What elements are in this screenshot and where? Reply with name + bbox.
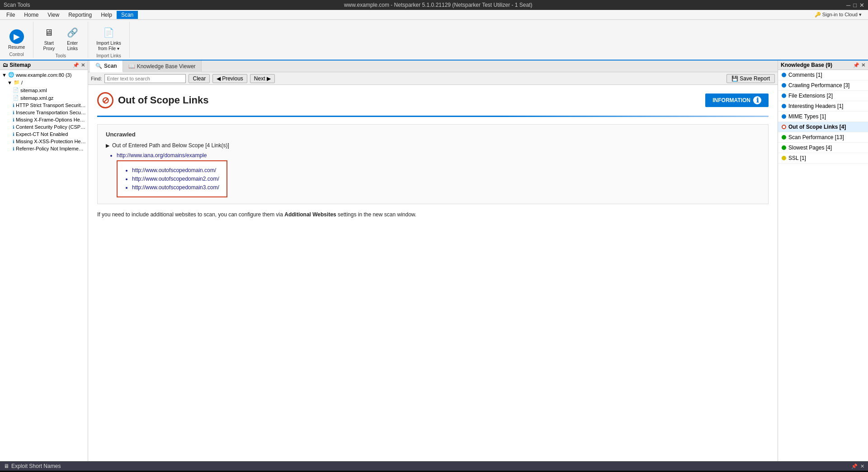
signin-cloud[interactable]: 🔑 Sign-in to Cloud ▾ [815,12,866,18]
sitemap-item-xxss[interactable]: ℹ Missing X-XSS-Protection Header [0,138,88,145]
next-label: Next [254,75,265,82]
oos-icon: ⊘ [97,92,113,108]
kb-dot-int-headers [782,104,786,108]
info-icon-hsts: ℹ [13,103,14,108]
root-collapse-icon: ▼ [2,72,7,78]
kb-tab-icon: 📖 [128,63,135,70]
root-site-icon: 🌐 [8,72,14,78]
sitemap-close-btn[interactable]: ✕ [81,62,85,68]
exploit-title-label: Exploit Short Names [11,463,61,469]
kb-list: Comments [1] Crawling Performance [3] Fi… [778,70,868,461]
kb-item-comments[interactable]: Comments [1] [778,70,868,80]
previous-button[interactable]: ◀ Previous [212,74,247,83]
find-bar: Find: Clear ◀ Previous Next ▶ 💾 Save Rep… [88,72,778,85]
kb-close-btn[interactable]: ✕ [861,62,865,68]
kb-label-scan-perf: Scan Performance [13] [788,134,844,140]
info-text: If you need to include additional websit… [97,211,769,218]
link-item-2[interactable]: http://www.outofscopedomain.com/ [132,167,219,173]
clear-label: Clear [193,75,206,82]
import-file-label: Import Linksfrom File ▾ [96,41,121,51]
kb-label-comments: Comments [1] [788,72,822,78]
previous-label: Previous [222,75,243,82]
link-item-4[interactable]: http://www.outofscopedomain3.com/ [132,184,219,191]
kb-item-ssl[interactable]: SSL [1] [778,153,868,164]
info-icon-referrer: ℹ [13,146,14,151]
kb-pin-btn[interactable]: 📌 [853,62,859,68]
menu-bar: File Home View Reporting Help Scan 🔑 Sig… [0,10,868,20]
close-btn[interactable]: ✕ [859,2,864,9]
kb-item-mime[interactable]: MIME Types [1] [778,112,868,122]
info-icon-expect-ct: ℹ [13,132,14,137]
tools-group-label: Tools [56,53,66,59]
kb-controls: 📌 ✕ [853,62,865,68]
information-button[interactable]: INFORMATION ℹ [705,93,769,107]
sitemap-folder-root[interactable]: ▼ 📁 / [0,79,88,86]
enter-links-button[interactable]: 🔗 EnterLinks [61,23,83,53]
next-button[interactable]: Next ▶ [250,74,275,83]
uncrawled-section: Uncrawled ▶ Out of Entered Path and Belo… [97,124,769,204]
kb-item-slowest[interactable]: Slowest Pages [4] [778,143,868,153]
exploit-icon: 🖥 [4,463,9,469]
clear-button[interactable]: Clear [189,74,210,83]
sitemap-item-referrer[interactable]: ℹ Referrer-Policy Not Implemented [0,145,88,152]
sitemap-item-csp[interactable]: ℹ Content Security Policy (CSP) Not I... [0,123,88,131]
import-file-icon: 📄 [101,25,116,40]
kb-label-file-ext: File Extensions [2] [788,93,833,99]
info-icon-xxss: ℹ [13,139,14,144]
exploit-panel: 🖥 Exploit Short Names 📌 ✕ Please enter t… [0,461,868,472]
enter-links-icon: 🔗 [65,25,80,40]
save-report-button[interactable]: 💾 Save Report [726,74,775,83]
sitemap-title: 🗂 Sitemap [3,62,31,68]
sitemap-tree: ▼ 🌐 www.example.com:80 (3) ▼ 📁 / 📄 sitem… [0,70,88,461]
sitemap-item-insecure[interactable]: ℹ Insecure Transportation Security Pr... [0,109,88,116]
expand-row[interactable]: ▶ Out of Entered Path and Below Scope [4… [106,142,760,149]
minimize-btn[interactable]: ─ [846,2,850,9]
folder-collapse-icon: ▼ [7,80,12,85]
control-group-label: Control [9,52,24,58]
info-btn-icon: ℹ [753,96,761,104]
start-proxy-button[interactable]: 🖥 StartProxy [38,23,60,53]
tab-scan[interactable]: 🔍 Scan [90,61,123,72]
kb-dot-comments [782,73,786,77]
tab-kb-viewer[interactable]: 📖 Knowledge Base Viewer [123,61,202,72]
sitemap-pin-btn[interactable]: 📌 [73,62,79,68]
sitemap-xml-gz-label: sitemap.xml.gz [20,95,53,101]
save-report-label: Save Report [740,75,770,82]
link-item-3[interactable]: http://www.outofscopedomain2.com/ [132,176,219,182]
import-from-file-button[interactable]: 📄 Import Linksfrom File ▾ [93,23,124,53]
scan-tab-icon: 🔍 [95,63,102,69]
sitemap-root[interactable]: ▼ 🌐 www.example.com:80 (3) [0,71,88,79]
kb-item-scan-perf[interactable]: Scan Performance [13] [778,132,868,143]
kb-item-int-headers[interactable]: Interesting Headers [1] [778,101,868,112]
sitemap-item-xframe[interactable]: ℹ Missing X-Frame-Options Header [0,116,88,123]
link-item-1[interactable]: http://www.iana.org/domains/example [117,152,760,159]
additional-websites-link[interactable]: Additional Websites [284,211,336,218]
kb-dot-slowest [782,145,786,150]
sitemap-item-expect-ct[interactable]: ℹ Expect-CT Not Enabled [0,131,88,138]
menu-home[interactable]: Home [19,11,43,19]
separator-line [97,116,769,117]
menu-reporting[interactable]: Reporting [64,11,96,19]
sitemap-item-hsts[interactable]: ℹ HTTP Strict Transport Security (HS... [0,102,88,109]
find-input[interactable] [104,74,186,83]
start-proxy-label: StartProxy [43,41,55,51]
kb-item-oos-links[interactable]: Out of Scope Links [4] [778,122,868,132]
info-icon-xframe: ℹ [13,117,14,122]
menu-help[interactable]: Help [96,11,117,19]
exploit-close-btn[interactable]: ✕ [860,463,864,469]
center-content: 🔍 Scan 📖 Knowledge Base Viewer Find: Cle… [88,61,778,461]
sitemap-item-sitemap-xml-gz[interactable]: 📄 sitemap.xml.gz [0,94,88,102]
menu-scan[interactable]: Scan [117,11,138,19]
exploit-header: 🖥 Exploit Short Names 📌 ✕ [0,462,868,471]
ribbon-group-tools: 🖥 StartProxy 🔗 EnterLinks Tools [33,22,88,58]
referrer-label: Referrer-Policy Not Implemented [16,146,86,151]
maximize-btn[interactable]: □ [853,2,857,9]
menu-file[interactable]: File [2,11,19,19]
sitemap-item-sitemap-xml[interactable]: 📄 sitemap.xml [0,86,88,94]
exploit-title: 🖥 Exploit Short Names [4,463,61,469]
exploit-pin-btn[interactable]: 📌 [851,463,858,469]
resume-button[interactable]: ▶ Resume [5,28,28,52]
menu-view[interactable]: View [43,11,64,19]
kb-item-file-ext[interactable]: File Extensions [2] [778,91,868,101]
kb-item-crawling-perf[interactable]: Crawling Performance [3] [778,80,868,91]
